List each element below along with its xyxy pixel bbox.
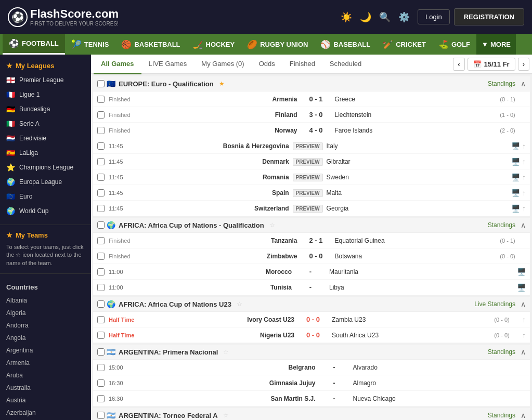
country-angola[interactable]: Angola [0, 332, 91, 344]
logo[interactable]: ⚽ FlashScore.com FIRST TO DELIVER YOUR S… [8, 7, 119, 27]
match-away[interactable]: Sweden [323, 174, 473, 181]
match-home[interactable]: Tunisia [142, 284, 295, 291]
league-header-arg-federal[interactable]: 🇦🇷 ARGENTINA: Torneo Federal A ☆ Standin… [93, 408, 530, 420]
match-away[interactable]: Almagro [350, 379, 526, 387]
match-checkbox[interactable] [97, 268, 105, 275]
match-away[interactable]: Italy [323, 142, 473, 150]
country-australia[interactable]: Australia [0, 382, 91, 394]
tab-live-games[interactable]: LIVE Games [141, 55, 194, 74]
match-checkbox[interactable] [97, 111, 105, 119]
league-checkbox[interactable] [97, 348, 105, 356]
match-checkbox[interactable] [97, 379, 105, 387]
tab-finished[interactable]: Finished [282, 55, 322, 74]
match-away[interactable]: South Africa U23 [329, 332, 484, 339]
match-away[interactable]: Nueva Chicago [350, 395, 526, 402]
league-checkbox[interactable] [97, 221, 105, 229]
match-home[interactable]: Belgrano [142, 364, 319, 371]
match-checkbox[interactable] [97, 316, 105, 323]
match-checkbox[interactable] [97, 364, 105, 371]
match-checkbox[interactable] [97, 205, 105, 212]
match-checkbox[interactable] [97, 158, 105, 165]
sidebar-item-euro[interactable]: 🇪🇺 Euro [0, 189, 91, 204]
match-away[interactable]: Gibraltar [323, 158, 473, 165]
collapse-afcon-u23[interactable]: ∧ [521, 300, 526, 308]
match-home[interactable]: Finland [142, 111, 301, 119]
nav-basketball[interactable]: 🏀 BASKETBALL [115, 34, 186, 55]
league-header-afcon-u23[interactable]: 🌍 AFRICA: Africa Cup of Nations U23 ☆ Li… [93, 297, 530, 312]
nav-tennis[interactable]: 🎾 TENNIS [65, 34, 115, 55]
collapse-arg-primera[interactable]: ∧ [521, 348, 526, 356]
match-home[interactable]: Tanzania [142, 237, 301, 244]
match-checkbox[interactable] [97, 284, 105, 291]
match-checkbox[interactable] [97, 395, 105, 402]
match-away[interactable]: Equatorial Guinea [332, 237, 490, 244]
league-checkbox-euro-qual[interactable] [97, 80, 105, 87]
league-checkbox[interactable] [97, 412, 105, 419]
match-away[interactable]: Botswana [332, 253, 490, 260]
match-home[interactable]: Gimnasia Jujuy [142, 379, 319, 387]
country-andorra[interactable]: Andorra [0, 319, 91, 332]
country-armenia[interactable]: Armenia [0, 357, 91, 369]
tab-my-games[interactable]: My Games (0) [194, 55, 251, 74]
match-away[interactable]: Mauritania [326, 268, 478, 275]
nav-football[interactable]: ⚽ FOOTBALL [3, 34, 65, 55]
moon-icon[interactable]: 🌙 [360, 11, 371, 23]
collapse-euro-qual[interactable]: ∧ [521, 80, 526, 88]
country-algeria[interactable]: Algeria [0, 307, 91, 319]
match-home[interactable]: Spain [142, 189, 292, 196]
match-away[interactable]: Alvarado [350, 364, 526, 371]
match-home[interactable]: Nigeria U23 [142, 332, 297, 339]
tab-scheduled[interactable]: Scheduled [322, 55, 369, 74]
match-away[interactable]: Libya [326, 284, 478, 291]
country-azerbaijan[interactable]: Azerbaijan [0, 406, 91, 419]
country-austria[interactable]: Austria [0, 394, 91, 406]
match-home[interactable]: Denmark [142, 158, 292, 165]
standings-link-arg-federal[interactable]: Standings [488, 412, 515, 419]
match-checkbox[interactable] [97, 253, 105, 260]
match-home[interactable]: Zimbabwe [142, 253, 301, 260]
standings-link-afcon[interactable]: Standings [488, 221, 515, 229]
prev-date-button[interactable]: ‹ [453, 58, 464, 71]
match-checkbox[interactable] [97, 237, 105, 244]
live-standings-link-afcon-u23[interactable]: Live Standings [474, 300, 515, 308]
match-away[interactable]: Greece [332, 96, 490, 103]
match-home[interactable]: Switzerland [142, 205, 292, 212]
sidebar-item-ligue1[interactable]: 🇫🇷 Ligue 1 [0, 87, 91, 102]
match-home[interactable]: Bosnia & Herzegovina [142, 142, 292, 150]
match-checkbox[interactable] [97, 332, 105, 339]
standings-link-euro-qual[interactable]: Standings [488, 80, 515, 87]
league-checkbox[interactable] [97, 300, 105, 308]
match-home[interactable]: San Martin S.J. [142, 395, 319, 402]
match-home[interactable]: Armenia [142, 96, 301, 103]
nav-rugby[interactable]: 🏉 RUGBY UNION [241, 34, 314, 55]
tab-odds[interactable]: Odds [252, 55, 282, 74]
nav-baseball[interactable]: ⚾ BASEBALL [314, 34, 377, 55]
match-away[interactable]: Faroe Islands [332, 127, 490, 134]
register-button[interactable]: REGISTRATION [454, 8, 524, 25]
match-checkbox[interactable] [97, 189, 105, 196]
match-checkbox[interactable] [97, 142, 105, 150]
login-button[interactable]: Login [418, 9, 450, 24]
countries-title[interactable]: Countries [0, 280, 91, 294]
league-header-afcon-qual[interactable]: 🌍 AFRICA: Africa Cup of Nations - Qualif… [93, 218, 530, 233]
match-away[interactable]: Liechtenstein [332, 111, 490, 119]
search-icon[interactable]: 🔍 [379, 11, 391, 23]
sidebar-item-champions-league[interactable]: ⭐ Champions League [0, 160, 91, 175]
league-header-arg-primera[interactable]: 🇦🇷 ARGENTINA: Primera Nacional ☆ Standin… [93, 345, 530, 360]
collapse-arg-federal[interactable]: ∧ [521, 411, 526, 419]
match-away[interactable]: Zambia U23 [329, 316, 484, 323]
match-home[interactable]: Romania [142, 174, 292, 181]
settings-icon[interactable]: ⚙️ [398, 11, 410, 23]
nav-golf[interactable]: ⛳ GOLF [432, 34, 476, 55]
country-aruba[interactable]: Aruba [0, 369, 91, 382]
match-checkbox[interactable] [97, 127, 105, 134]
match-home[interactable]: Ivory Coast U23 [142, 316, 297, 323]
nav-more[interactable]: ▼ MORE [476, 34, 516, 55]
match-away[interactable]: Malta [323, 189, 473, 196]
match-home[interactable]: Morocco [142, 268, 295, 275]
nav-cricket[interactable]: 🏏 CRICKET [377, 34, 432, 55]
match-away[interactable]: Georgia [323, 205, 473, 212]
league-header-euro-qual[interactable]: 🇪🇺 EUROPE: Euro - Qualification ★ Standi… [93, 76, 530, 91]
sidebar-item-premier-league[interactable]: 🏴󠁧󠁢󠁥󠁮󠁧󠁿 Premier League [0, 73, 91, 87]
date-display[interactable]: 📅 15/11 Fr [468, 58, 515, 71]
